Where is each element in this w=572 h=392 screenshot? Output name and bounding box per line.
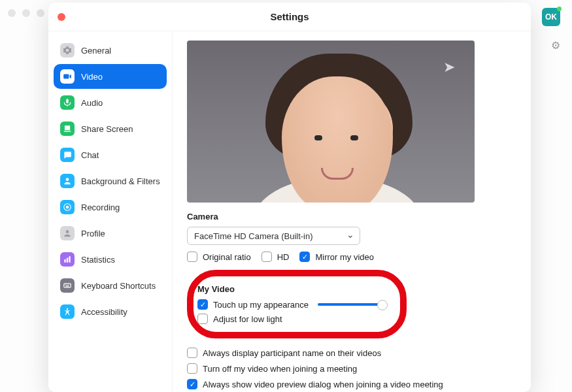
- sidebar-item-recording[interactable]: Recording: [54, 195, 167, 220]
- video-icon: [60, 69, 75, 84]
- sidebar-item-label: Accessibility: [81, 307, 127, 317]
- display-name-checkbox[interactable]: Always display participant name on their…: [187, 348, 516, 358]
- touch-up-slider[interactable]: [318, 303, 383, 306]
- panel-title: Settings: [270, 11, 309, 22]
- checkbox-box: [187, 379, 197, 389]
- checkbox-label: Always show video preview dialog when jo…: [203, 380, 443, 389]
- avatar[interactable]: OK: [542, 8, 560, 26]
- checkbox-box: [261, 252, 272, 262]
- svg-rect-5: [67, 258, 68, 263]
- svg-point-3: [66, 230, 69, 233]
- sidebar-item-label: Keyboard Shortcuts: [81, 281, 156, 291]
- stats-icon: [60, 252, 75, 267]
- svg-rect-4: [64, 259, 65, 263]
- video-settings-content: ➤ Camera FaceTime HD Camera (Built-in) O…: [173, 31, 531, 392]
- audio-icon: [60, 95, 75, 110]
- checkbox-label: Mirror my video: [315, 252, 374, 262]
- close-icon[interactable]: [58, 13, 65, 21]
- checkbox-label: Original ratio: [203, 252, 251, 262]
- gear-icon[interactable]: ⚙: [551, 39, 560, 52]
- checkbox-box: [299, 252, 310, 262]
- svg-point-12: [67, 308, 68, 310]
- checkbox-box: [187, 348, 197, 358]
- sidebar-item-share-screen[interactable]: Share Screen: [54, 116, 167, 141]
- parent-window-traffic-lights: [8, 9, 44, 17]
- checkbox-label: Touch up my appearance: [213, 300, 309, 310]
- recording-icon: [60, 200, 75, 214]
- settings-sidebar: GeneralVideoAudioShare ScreenChatBackgro…: [48, 31, 173, 392]
- mirror-video-checkbox[interactable]: Mirror my video: [299, 252, 374, 262]
- sidebar-item-label: Recording: [81, 203, 120, 212]
- settings-panel: Settings GeneralVideoAudioShare ScreenCh…: [48, 3, 531, 392]
- checkbox-label: Adjust for low light: [213, 314, 282, 324]
- svg-point-2: [66, 206, 69, 209]
- checkbox-box: [187, 252, 197, 262]
- panel-header: Settings: [48, 3, 531, 31]
- svg-rect-6: [69, 256, 70, 262]
- sidebar-item-keyboard-shortcuts[interactable]: Keyboard Shortcuts: [54, 273, 167, 298]
- share-icon: [60, 122, 75, 136]
- sidebar-item-video[interactable]: Video: [54, 64, 167, 89]
- video-preview: ➤: [187, 41, 475, 203]
- gear-icon: [60, 43, 75, 57]
- sidebar-item-label: General: [81, 46, 111, 56]
- keyboard-icon: [60, 278, 75, 293]
- svg-point-0: [66, 178, 69, 181]
- sidebar-item-profile[interactable]: Profile: [54, 221, 167, 246]
- sidebar-item-accessibility[interactable]: Accessibility: [54, 299, 167, 324]
- low-light-checkbox[interactable]: Adjust for low light: [197, 314, 388, 324]
- arrow-icon: ➤: [443, 59, 455, 76]
- chat-icon: [60, 148, 75, 162]
- sidebar-item-label: Share Screen: [81, 124, 133, 134]
- svg-rect-10: [68, 285, 69, 286]
- svg-rect-9: [67, 285, 67, 286]
- svg-rect-11: [66, 286, 69, 287]
- sidebar-item-chat[interactable]: Chat: [54, 142, 167, 167]
- my-video-section-label: My Video: [197, 284, 388, 294]
- sidebar-item-general[interactable]: General: [54, 38, 167, 63]
- show-preview-checkbox[interactable]: Always show video preview dialog when jo…: [187, 379, 516, 389]
- checkbox-label: HD: [277, 252, 290, 262]
- sidebar-item-background-filters[interactable]: Background & Filters: [54, 169, 167, 193]
- touch-up-checkbox[interactable]: Touch up my appearance: [197, 299, 388, 310]
- sidebar-item-label: Profile: [81, 229, 105, 238]
- profile-icon: [60, 226, 75, 240]
- bgfilters-icon: [60, 174, 75, 188]
- sidebar-item-label: Statistics: [81, 255, 115, 265]
- sidebar-item-label: Audio: [81, 98, 103, 108]
- hd-checkbox[interactable]: HD: [261, 252, 290, 262]
- sidebar-item-audio[interactable]: Audio: [54, 90, 167, 115]
- sidebar-item-label: Chat: [81, 150, 99, 160]
- my-video-highlight: My Video Touch up my appearance Adjust f…: [187, 270, 407, 338]
- camera-select-value: FaceTime HD Camera (Built-in): [194, 231, 313, 241]
- sidebar-item-statistics[interactable]: Statistics: [54, 247, 167, 272]
- camera-section-label: Camera: [187, 212, 516, 221]
- camera-select[interactable]: FaceTime HD Camera (Built-in): [187, 227, 360, 245]
- checkbox-label: Turn off my video when joining a meeting: [203, 364, 357, 374]
- checkbox-label: Always display participant name on their…: [203, 348, 381, 358]
- checkbox-box: [197, 299, 208, 310]
- checkbox-box: [187, 363, 197, 374]
- sidebar-item-label: Video: [81, 72, 103, 82]
- turn-off-video-checkbox[interactable]: Turn off my video when joining a meeting: [187, 363, 516, 374]
- checkbox-box: [197, 314, 208, 324]
- sidebar-item-label: Background & Filters: [81, 176, 160, 186]
- original-ratio-checkbox[interactable]: Original ratio: [187, 252, 251, 262]
- a11y-icon: [60, 304, 75, 319]
- svg-rect-8: [65, 285, 66, 286]
